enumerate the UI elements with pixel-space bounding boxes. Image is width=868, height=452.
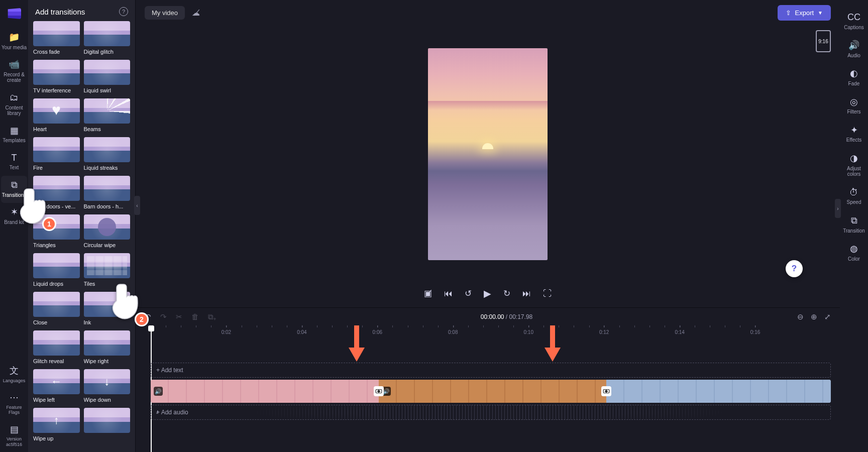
rrail-item-speed[interactable]: ⏱Speed: [841, 182, 867, 210]
transition-wipe-right[interactable]: Wipe right: [84, 330, 131, 364]
ruler-tick: 0:06: [373, 325, 382, 331]
zoom-in-button[interactable]: ⊕: [811, 312, 817, 321]
transition-label: Beams: [84, 126, 131, 132]
app-logo-icon: [7, 8, 21, 19]
rail-item-version-ac-f-[interactable]: ▤Version ac5f516: [1, 420, 27, 452]
rail-item-templates[interactable]: ▦Templates: [1, 122, 27, 149]
redo-button[interactable]: ↷: [160, 312, 167, 321]
transition-liquid-streaks[interactable]: Liquid streaks: [84, 137, 131, 171]
export-button[interactable]: ⇧ Export ▼: [778, 5, 831, 21]
rail-item-feature-flags[interactable]: ⋯Feature Flags: [1, 388, 27, 420]
transition-wipe-up[interactable]: Wipe up: [33, 408, 80, 441]
video-preview[interactable]: [428, 48, 548, 260]
transition-liquid-swirl[interactable]: Liquid swirl: [84, 60, 131, 93]
transition-thumbnail: [84, 330, 131, 356]
rrail-item-adjust-colors[interactable]: ◑Adjust colors: [841, 148, 867, 182]
skip-start-icon[interactable]: ⏮: [444, 289, 453, 299]
rail-item-record-create[interactable]: 📹Record & create: [1, 55, 27, 88]
right-rail-collapse-toggle[interactable]: ›: [835, 199, 841, 218]
rail-icon: ⧉: [11, 180, 18, 190]
text-lane[interactable]: + Add text: [151, 363, 831, 378]
delete-button[interactable]: 🗑: [191, 312, 199, 321]
play-button[interactable]: ▶: [484, 288, 491, 299]
add-text-placeholder[interactable]: + Add text: [156, 367, 183, 374]
rrail-item-fade[interactable]: ◐Fade: [841, 63, 867, 91]
transition-tv-interference[interactable]: TV interference: [33, 60, 80, 93]
rail-icon: 文: [10, 366, 19, 376]
transitions-scroll[interactable]: Cross fadeDigital glitchTV interferenceL…: [28, 21, 135, 452]
rrail-item-captions[interactable]: CCCaptions: [841, 7, 867, 35]
transition-glitch-reveal[interactable]: Glitch reveal: [33, 330, 80, 364]
zoom-out-button[interactable]: ⊖: [797, 312, 804, 321]
clip-3[interactable]: [606, 380, 831, 403]
rail-label: Transitions: [2, 192, 27, 198]
main-area: My video ☁̸ ⇧ Export ▼ 9:16 ? ▣̸ ⏮ ↺ ▶ ↻: [136, 0, 840, 452]
transition-thumbnail: [84, 21, 131, 46]
forward-icon[interactable]: ↻: [503, 288, 510, 299]
help-fab[interactable]: ?: [786, 260, 803, 277]
undo-button[interactable]: ↶: [145, 312, 151, 321]
rrail-item-transition[interactable]: ⧉Transition: [841, 210, 867, 239]
transition-tiles[interactable]: Tiles: [84, 253, 131, 287]
rail-item-transitions[interactable]: ⧉Transitions: [1, 176, 27, 203]
ruler-tick: 0:16: [750, 325, 760, 331]
transition-thumbnail: [33, 214, 80, 240]
zoom-fit-button[interactable]: ⤢: [824, 312, 831, 321]
transition-marker-2[interactable]: [601, 386, 611, 396]
rrail-item-filters[interactable]: ◎Filters: [841, 92, 867, 120]
rrail-label: Audio: [847, 53, 860, 59]
split-button[interactable]: ✂: [176, 312, 182, 321]
rail-item-content-library[interactable]: 🗂Content library: [1, 88, 27, 122]
video-track[interactable]: 🔊 🔊: [151, 380, 831, 403]
rrail-label: Effects: [846, 137, 861, 143]
rrail-item-effects[interactable]: ✦Effects: [841, 120, 867, 148]
transition-ink[interactable]: Ink: [84, 292, 131, 325]
aspect-ratio-button[interactable]: 9:16: [816, 30, 831, 52]
rewind-icon[interactable]: ↺: [465, 288, 472, 299]
ruler-tick: 0:14: [675, 325, 684, 331]
transition-cross-fade[interactable]: Cross fade: [33, 21, 80, 55]
export-label: Export: [795, 9, 814, 17]
transition-digital-glitch[interactable]: Digital glitch: [84, 21, 131, 55]
rrail-icon: CC: [847, 12, 860, 23]
rrail-item-color[interactable]: ◍Color: [841, 239, 867, 267]
transition-wipe-left[interactable]: Wipe left: [33, 369, 80, 403]
duplicate-button[interactable]: ⧉₊: [208, 312, 216, 321]
transition-wipe-down[interactable]: Wipe down: [84, 369, 131, 403]
transition-marker-1[interactable]: [374, 386, 384, 396]
transition-triangles[interactable]: Triangles: [33, 214, 80, 248]
safe-zone-toggle-icon[interactable]: ▣̸: [424, 288, 432, 299]
transition-close[interactable]: Close: [33, 292, 80, 325]
rail-item-text[interactable]: TText: [1, 149, 27, 176]
rail-icon: ▦: [10, 126, 19, 136]
transition-circular-wipe[interactable]: Circular wipe: [84, 214, 131, 248]
transition-thumbnail: [84, 408, 131, 433]
transition-barn-doors-h-[interactable]: Barn doors - h...: [84, 176, 131, 209]
skip-end-icon[interactable]: ⏭: [522, 289, 531, 299]
transition-item-[interactable]: [84, 408, 131, 441]
transition-thumbnail: [33, 137, 80, 162]
fullscreen-icon[interactable]: ⛶: [543, 289, 552, 299]
transition-fire[interactable]: Fire: [33, 137, 80, 171]
rail-item-your-media[interactable]: 📁Your media: [1, 28, 27, 55]
transitions-panel: Add transitions ? Cross fadeDigital glit…: [28, 0, 136, 452]
transition-label: Liquid drops: [33, 281, 80, 287]
rrail-item-audio[interactable]: 🔊Audio: [841, 35, 867, 63]
clip-2[interactable]: 🔊: [379, 380, 607, 403]
help-icon[interactable]: ?: [119, 7, 128, 16]
clip-1[interactable]: 🔊: [151, 380, 379, 403]
transition-label: Cross fade: [33, 49, 80, 55]
ruler-tick: 0:10: [523, 325, 533, 331]
project-title-input[interactable]: My video: [145, 6, 185, 20]
rail-item-languages[interactable]: 文Languages: [1, 362, 27, 388]
clip-mute-icon[interactable]: 🔊: [154, 387, 163, 396]
transition-label: Digital glitch: [84, 49, 131, 55]
rail-item-brand-kit[interactable]: ✶Brand kit: [1, 203, 27, 230]
transition-beams[interactable]: Beams: [84, 98, 131, 132]
cloud-sync-off-icon[interactable]: ☁̸: [192, 8, 200, 18]
transition-barn-doors-ve-[interactable]: Barn doors - ve...: [33, 176, 80, 209]
transition-heart[interactable]: Heart: [33, 98, 80, 132]
timeline[interactable]: ⌄ 0:020:040:060:080:100:120:140:16 + Add…: [136, 325, 840, 452]
transition-liquid-drops[interactable]: Liquid drops: [33, 253, 80, 287]
timeline-ruler[interactable]: 0:020:040:060:080:100:120:140:16: [151, 325, 831, 340]
